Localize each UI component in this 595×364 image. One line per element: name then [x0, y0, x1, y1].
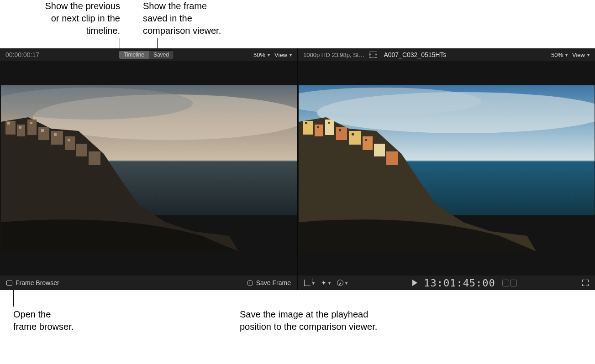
loop-segment-b[interactable]: [510, 280, 517, 286]
crop-icon: [304, 280, 311, 286]
chevron-down-icon: ▾: [268, 52, 270, 57]
right-viewer-canvas[interactable]: [297, 61, 595, 276]
right-frame-image: [299, 85, 595, 251]
viewer-area: [0, 61, 595, 276]
callout-save-frame: Save the image at the playhead position …: [240, 308, 432, 333]
chevron-down-icon: ▾: [345, 281, 348, 286]
loop-segment-a[interactable]: [502, 280, 509, 286]
chevron-down-icon: ▾: [328, 281, 331, 286]
wand-icon: ✦: [321, 279, 326, 286]
svg-rect-31: [386, 151, 398, 165]
topbar: 00:00:00:17 Timeline Saved 50%▾ View▾ 10…: [0, 48, 595, 61]
left-timecode: 00:00:00:17: [5, 51, 39, 58]
callout-frame-browser: Open the frame browser.: [13, 308, 105, 333]
plus-circle-icon: +: [247, 280, 253, 286]
svg-rect-32: [305, 122, 307, 124]
tab-timeline[interactable]: Timeline: [119, 51, 149, 59]
svg-rect-13: [7, 122, 10, 125]
svg-rect-36: [352, 133, 354, 135]
svg-rect-6: [17, 125, 25, 136]
tab-saved[interactable]: Saved: [149, 51, 174, 59]
svg-rect-34: [328, 122, 330, 124]
left-view-dropdown[interactable]: View▾: [274, 52, 292, 58]
enhance-tool-dropdown[interactable]: ✦▾: [321, 279, 331, 286]
play-button[interactable]: [412, 280, 417, 286]
leader-save-frame: [240, 290, 240, 307]
retime-tool-dropdown[interactable]: ▾: [337, 280, 348, 286]
right-view-dropdown[interactable]: View▾: [572, 52, 590, 58]
svg-rect-18: [68, 139, 70, 141]
right-zoom-dropdown[interactable]: 50%▾: [551, 52, 568, 58]
chevron-down-icon: ▾: [565, 52, 568, 57]
play-icon: [412, 280, 417, 286]
frame-browser-button[interactable]: Frame Browser: [6, 279, 59, 286]
svg-rect-5: [5, 121, 16, 135]
svg-point-2: [1, 88, 193, 120]
svg-rect-28: [349, 131, 361, 145]
svg-rect-35: [339, 129, 341, 131]
leader-timeline: [120, 38, 120, 48]
chevron-down-icon: ▾: [290, 52, 292, 57]
left-frame-image: [1, 85, 297, 251]
comparison-viewer-panel: 00:00:00:17 Timeline Saved 50%▾ View▾ 10…: [0, 48, 595, 290]
svg-rect-14: [19, 126, 21, 129]
left-viewer-header: 00:00:00:17 Timeline Saved 50%▾ View▾: [0, 48, 297, 61]
fullscreen-icon: [582, 280, 589, 286]
svg-rect-15: [30, 122, 32, 124]
svg-rect-17: [54, 133, 57, 136]
svg-rect-11: [76, 144, 87, 156]
frame-browser-icon: [6, 281, 12, 286]
svg-rect-16: [41, 129, 44, 132]
clip-name-label: A007_C032_0515HTs: [384, 51, 446, 58]
svg-rect-27: [336, 127, 347, 140]
svg-rect-12: [89, 151, 100, 165]
footer: Frame Browser + Save Frame ▾ ✦▾ ▾ 13:01:…: [0, 276, 595, 290]
leader-frame-browser: [13, 290, 14, 307]
svg-rect-30: [374, 144, 385, 156]
callout-saved: Show the frame saved in the comparison v…: [143, 0, 243, 37]
svg-rect-9: [51, 131, 63, 145]
playhead-timecode: 13:01:45:00: [424, 277, 495, 289]
save-frame-button[interactable]: + Save Frame: [247, 279, 291, 286]
callout-timeline: Show the previous or next clip in the ti…: [11, 0, 120, 37]
crop-tool-dropdown[interactable]: ▾: [304, 280, 315, 286]
svg-rect-29: [363, 136, 373, 150]
left-viewer-footer: Frame Browser + Save Frame: [0, 276, 297, 290]
svg-rect-37: [365, 139, 367, 141]
left-zoom-dropdown[interactable]: 50%▾: [253, 52, 270, 58]
svg-rect-25: [315, 125, 323, 136]
svg-rect-24: [303, 121, 313, 135]
fullscreen-button[interactable]: [582, 280, 589, 286]
chevron-down-icon: ▾: [587, 52, 590, 57]
mode-segmented-control[interactable]: Timeline Saved: [119, 50, 174, 59]
retime-icon: [337, 280, 343, 286]
left-viewer-canvas[interactable]: [0, 61, 297, 276]
right-viewer-footer: ▾ ✦▾ ▾ 13:01:45:00: [297, 276, 595, 290]
filmstrip-icon: [369, 52, 377, 58]
clip-format-label: 1080p HD 23.98p, St…: [303, 52, 364, 58]
svg-rect-10: [65, 136, 75, 150]
chevron-down-icon: ▾: [312, 281, 315, 286]
right-viewer-header: 1080p HD 23.98p, St… A007_C032_0515HTs 5…: [297, 48, 595, 61]
svg-rect-33: [317, 126, 319, 128]
leader-saved: [157, 38, 158, 48]
